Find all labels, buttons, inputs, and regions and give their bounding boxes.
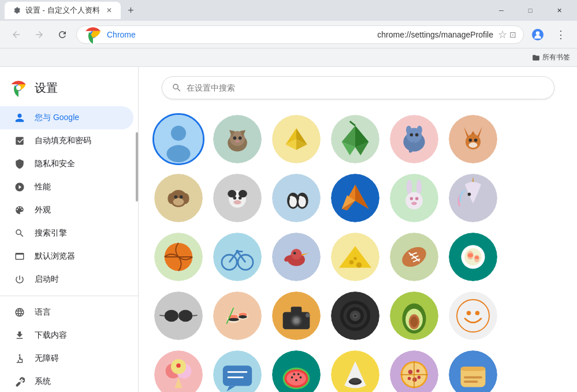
avatar-item-22[interactable]: [329, 290, 381, 342]
avatar-item-10[interactable]: [329, 172, 381, 224]
tab-close-button[interactable]: ✕: [105, 6, 114, 15]
sidebar-item-download[interactable]: 下载内容: [0, 324, 133, 347]
avatar-item-4[interactable]: [329, 113, 381, 165]
avatar-item-17[interactable]: [388, 231, 440, 283]
avatar-item-9[interactable]: [270, 172, 322, 224]
svg-rect-183: [464, 380, 478, 383]
sidebar-item-search[interactable]: 搜索引擎: [0, 222, 133, 245]
avatar-item-21[interactable]: [270, 290, 322, 342]
avatar-item-26[interactable]: [211, 349, 263, 392]
chrome-brand: Chrome: [107, 30, 373, 39]
avatar-item-15[interactable]: [270, 231, 322, 283]
avatar-item-3[interactable]: [270, 113, 322, 165]
svg-point-52: [233, 196, 237, 200]
svg-point-121: [239, 315, 247, 319]
avatar-item-13[interactable]: [152, 231, 204, 283]
search-input[interactable]: [187, 83, 545, 92]
avatar-item-28[interactable]: [329, 349, 381, 392]
autofill-icon: [14, 135, 25, 147]
navigation-bar: Chrome chrome://settings/manageProfile ☆…: [0, 21, 577, 48]
sidebar-item-system[interactable]: 系统: [0, 370, 133, 392]
svg-point-164: [293, 373, 295, 375]
avatar-item-27[interactable]: [270, 349, 322, 392]
search-icon: [14, 227, 25, 239]
avatar-item-7[interactable]: [152, 172, 204, 224]
sidebar-item-browser[interactable]: 默认浏览器: [0, 245, 133, 268]
avatar-item-30[interactable]: [447, 349, 499, 392]
bookmarks-all[interactable]: 所有书签: [532, 53, 570, 62]
palette-icon: [14, 204, 25, 216]
globe-icon: [14, 307, 25, 318]
folder-icon: [532, 54, 540, 62]
avatar-grid: [152, 109, 563, 392]
tab-title: 设置 - 自定义个人资料: [25, 5, 100, 16]
avatar-item-12[interactable]: [447, 172, 499, 224]
maximize-button[interactable]: □: [517, 1, 544, 20]
sidebar-item-download-label: 下载内容: [35, 330, 67, 341]
sidebar-item-startup[interactable]: 启动时: [0, 268, 133, 291]
sidebar-scrollbar-thumb: [136, 132, 138, 201]
person-icon: [14, 112, 25, 124]
avatar-item-24[interactable]: [447, 290, 499, 342]
avatar-item-20[interactable]: [211, 290, 263, 342]
svg-point-92: [349, 260, 353, 264]
bookmark-star-button[interactable]: ☆: [498, 28, 507, 41]
bookmarks-bar-label: 所有书签: [542, 53, 570, 62]
address-bar[interactable]: Chrome chrome://settings/manageProfile ☆…: [76, 25, 524, 44]
svg-point-45: [173, 198, 184, 206]
avatar-item-11[interactable]: [388, 172, 440, 224]
sidebar-item-accessibility[interactable]: 无障碍: [0, 347, 133, 370]
avatar-item-23[interactable]: [388, 290, 440, 342]
reader-mode-button[interactable]: ⊡: [509, 30, 516, 39]
svg-point-47: [180, 195, 183, 199]
avatar-item-2[interactable]: [211, 113, 263, 165]
sidebar-item-appearance[interactable]: 外观: [0, 199, 133, 222]
back-button[interactable]: [7, 25, 25, 44]
avatar-item-1[interactable]: [152, 113, 204, 165]
forward-button[interactable]: [30, 25, 49, 44]
svg-point-39: [469, 139, 472, 142]
avatar-item-29[interactable]: [388, 349, 440, 392]
avatar-item-6[interactable]: [447, 113, 499, 165]
svg-point-14: [233, 136, 237, 140]
close-button[interactable]: ✕: [546, 1, 572, 20]
sidebar-item-browser-label: 默认浏览器: [35, 251, 75, 262]
avatar-item-19[interactable]: [152, 290, 204, 342]
sidebar-item-performance[interactable]: 性能: [0, 176, 133, 199]
svg-rect-125: [291, 307, 302, 314]
profile-button[interactable]: [528, 25, 547, 44]
sidebar-item-language[interactable]: 语言: [0, 301, 133, 324]
svg-point-31: [406, 126, 411, 135]
avatar-item-25[interactable]: [152, 349, 204, 392]
refresh-button[interactable]: [53, 25, 72, 44]
settings-search-bar[interactable]: [162, 76, 554, 99]
svg-rect-181: [461, 367, 486, 371]
sidebar-item-autofill[interactable]: 自动填充和密码: [0, 129, 133, 152]
svg-rect-153: [223, 365, 252, 386]
avatar-item-8[interactable]: [211, 172, 263, 224]
svg-point-15: [239, 136, 242, 140]
avatar-item-5[interactable]: [388, 113, 440, 165]
chrome-settings-logo: [9, 79, 28, 97]
svg-point-69: [416, 180, 422, 195]
svg-rect-182: [464, 376, 482, 379]
sidebar-item-privacy-label: 隐私和安全: [35, 159, 75, 169]
avatar-item-14[interactable]: [211, 231, 263, 283]
avatar-item-16[interactable]: [329, 231, 381, 283]
svg-point-53: [239, 196, 242, 200]
svg-point-161: [291, 376, 293, 379]
minimize-button[interactable]: ─: [488, 1, 515, 20]
svg-point-105: [468, 253, 473, 257]
svg-point-76: [468, 193, 471, 196]
avatar-item-18[interactable]: [447, 231, 499, 283]
chrome-menu-button[interactable]: ⋮: [552, 25, 570, 44]
svg-point-174: [412, 378, 416, 382]
svg-point-151: [176, 363, 180, 367]
new-tab-button[interactable]: +: [123, 2, 139, 18]
active-tab[interactable]: 设置 - 自定义个人资料 ✕: [5, 2, 121, 19]
svg-point-93: [356, 262, 362, 267]
sidebar-item-privacy[interactable]: 隐私和安全: [0, 152, 133, 176]
sidebar-item-google[interactable]: 您与 Google: [0, 106, 133, 129]
svg-point-165: [297, 373, 300, 375]
svg-point-54: [233, 200, 241, 204]
